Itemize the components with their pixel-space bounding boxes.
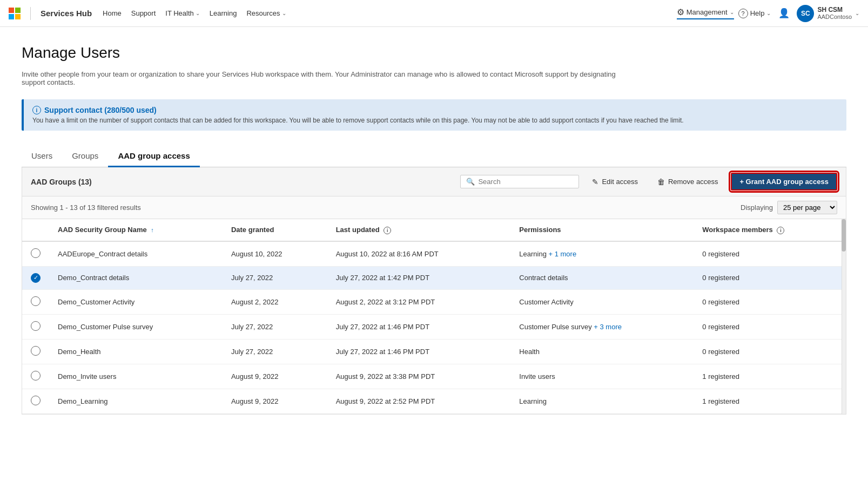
last-updated-info-icon[interactable]: i	[383, 227, 391, 234]
avatar: SC	[797, 5, 814, 22]
pencil-icon: ✎	[592, 178, 598, 186]
row-workspace-members: 0 registered	[694, 314, 846, 339]
chevron-down-icon: ⌄	[855, 10, 859, 16]
row-permissions: Learning	[510, 389, 694, 413]
row-workspace-members: 0 registered	[694, 289, 846, 314]
row-checkbox[interactable]	[31, 248, 41, 258]
row-workspace-members: 0 registered	[694, 241, 846, 267]
nav-link-home[interactable]: Home	[98, 7, 126, 19]
per-page-select[interactable]: 25 per page 50 per page 100 per page	[777, 201, 837, 214]
notifications-icon[interactable]: 👤	[775, 5, 792, 22]
banner-text: You have a limit on the number of suppor…	[32, 117, 838, 124]
help-menu[interactable]: ? Help ⌄	[738, 9, 771, 18]
row-permissions: Invite users	[510, 364, 694, 389]
row-group-name: Demo_Learning	[49, 389, 223, 413]
user-menu[interactable]: SC SH CSM AADContoso ⌄	[797, 5, 859, 22]
support-contact-banner: i Support contact (280/500 used) You hav…	[22, 99, 846, 131]
col-date-granted: Date granted	[223, 219, 327, 241]
microsoft-logo	[9, 8, 21, 19]
row-checkbox[interactable]	[31, 396, 41, 405]
chevron-down-icon: ⌄	[730, 9, 734, 15]
page-title: Manage Users	[22, 44, 846, 62]
row-last-updated: July 27, 2022 at 1:46 PM PDT	[327, 339, 511, 364]
col-last-updated: Last updated i	[327, 219, 511, 241]
edit-access-button[interactable]: ✎ Edit access	[586, 174, 644, 189]
nav-link-learning[interactable]: Learning	[205, 7, 241, 19]
workspace-members-info-icon[interactable]: i	[777, 227, 784, 234]
permissions-more-link[interactable]: + 3 more	[594, 323, 622, 331]
table-row: Demo_Customer Pulse surveyJuly 27, 2022J…	[22, 314, 846, 339]
col-workspace-members: Workspace members i	[694, 219, 846, 241]
page-content: Manage Users Invite other people from yo…	[0, 27, 868, 432]
row-checkbox[interactable]	[31, 296, 41, 306]
row-last-updated: July 27, 2022 at 1:46 PM PDT	[327, 314, 511, 339]
row-workspace-members: 0 registered	[694, 266, 846, 289]
row-last-updated: August 10, 2022 at 8:16 AM PDT	[327, 241, 511, 267]
row-checkbox[interactable]	[31, 321, 41, 331]
user-org: AADContoso	[817, 13, 852, 21]
nav-right: ⚙ Management ⌄ ? Help ⌄ 👤 SC SH CSM AADC…	[677, 5, 859, 22]
row-last-updated: July 27, 2022 at 1:42 PM PDT	[327, 266, 511, 289]
table-toolbar: AAD Groups (13) 🔍 ✎ Edit access 🗑 Remove…	[22, 167, 846, 196]
tab-aad-group-access[interactable]: AAD group access	[108, 146, 199, 167]
row-group-name: Demo_Customer Pulse survey	[49, 314, 223, 339]
nav-divider	[30, 7, 31, 20]
row-group-name: Demo_Contract details	[49, 266, 223, 289]
row-last-updated: August 9, 2022 at 3:38 PM PDT	[327, 364, 511, 389]
tab-groups[interactable]: Groups	[62, 146, 108, 167]
row-group-name: AADEurope_Contract details	[49, 241, 223, 267]
sort-asc-icon: ↑	[151, 227, 154, 233]
displaying-label: Displaying	[741, 203, 773, 212]
row-checkbox[interactable]	[31, 346, 41, 356]
row-permissions: Learning + 1 more	[510, 241, 694, 267]
row-last-updated: August 2, 2022 at 3:12 PM PDT	[327, 289, 511, 314]
nav-link-support[interactable]: Support	[127, 7, 160, 19]
tab-users[interactable]: Users	[22, 146, 62, 167]
aad-groups-count: AAD Groups (13)	[31, 178, 454, 186]
col-permissions: Permissions	[510, 219, 694, 241]
row-last-updated: August 9, 2022 at 2:52 PM PDT	[327, 389, 511, 413]
table-row: Demo_LearningAugust 9, 2022August 9, 202…	[22, 389, 846, 413]
row-workspace-members: 1 registered	[694, 389, 846, 413]
col-name[interactable]: AAD Security Group Name ↑	[49, 219, 223, 241]
row-date-granted: July 27, 2022	[223, 339, 327, 364]
nav-brand: Services Hub	[41, 9, 92, 18]
search-input[interactable]	[478, 178, 573, 186]
row-checkbox[interactable]: ✓	[31, 273, 41, 283]
nav-link-resources[interactable]: Resources ⌄	[242, 7, 290, 19]
row-group-name: Demo_Invite users	[49, 364, 223, 389]
chevron-down-icon: ⌄	[766, 10, 771, 16]
results-bar: Showing 1 - 13 of 13 filtered results Di…	[22, 196, 846, 219]
table-row: ✓Demo_Contract detailsJuly 27, 2022July …	[22, 266, 846, 289]
per-page-control: Displaying 25 per page 50 per page 100 p…	[741, 201, 837, 214]
user-name: SH CSM	[817, 6, 852, 13]
table-row: Demo_Invite usersAugust 9, 2022August 9,…	[22, 364, 846, 389]
row-checkbox[interactable]	[31, 371, 41, 381]
row-date-granted: August 9, 2022	[223, 389, 327, 413]
top-navigation: Services Hub Home Support IT Health ⌄ Le…	[0, 0, 868, 27]
grant-aad-group-access-button[interactable]: + Grant AAD group access	[731, 173, 837, 191]
permissions-more-link[interactable]: + 1 more	[549, 250, 577, 258]
chevron-down-icon: ⌄	[196, 10, 200, 16]
row-date-granted: August 9, 2022	[223, 364, 327, 389]
col-checkbox	[22, 219, 49, 241]
remove-access-button[interactable]: 🗑 Remove access	[651, 174, 724, 189]
table-row: Demo_HealthJuly 27, 2022July 27, 2022 at…	[22, 339, 846, 364]
search-box[interactable]: 🔍	[460, 175, 579, 188]
table-row: Demo_Customer ActivityAugust 2, 2022Augu…	[22, 289, 846, 314]
row-workspace-members: 0 registered	[694, 339, 846, 364]
management-menu[interactable]: ⚙ Management ⌄	[677, 7, 734, 19]
table-row: AADEurope_Contract detailsAugust 10, 202…	[22, 241, 846, 267]
row-workspace-members: 1 registered	[694, 364, 846, 389]
nav-link-it-health[interactable]: IT Health ⌄	[161, 7, 204, 19]
row-permissions: Customer Pulse survey + 3 more	[510, 314, 694, 339]
row-permissions: Contract details	[510, 266, 694, 289]
row-date-granted: August 10, 2022	[223, 241, 327, 267]
chevron-down-icon: ⌄	[282, 10, 286, 16]
row-date-granted: July 27, 2022	[223, 314, 327, 339]
page-description: Invite other people from your team or or…	[22, 70, 616, 86]
table-header-row: AAD Security Group Name ↑ Date granted L…	[22, 219, 846, 241]
aad-groups-table: AAD Security Group Name ↑ Date granted L…	[22, 219, 846, 415]
row-group-name: Demo_Health	[49, 339, 223, 364]
tab-bar: Users Groups AAD group access	[22, 146, 846, 167]
